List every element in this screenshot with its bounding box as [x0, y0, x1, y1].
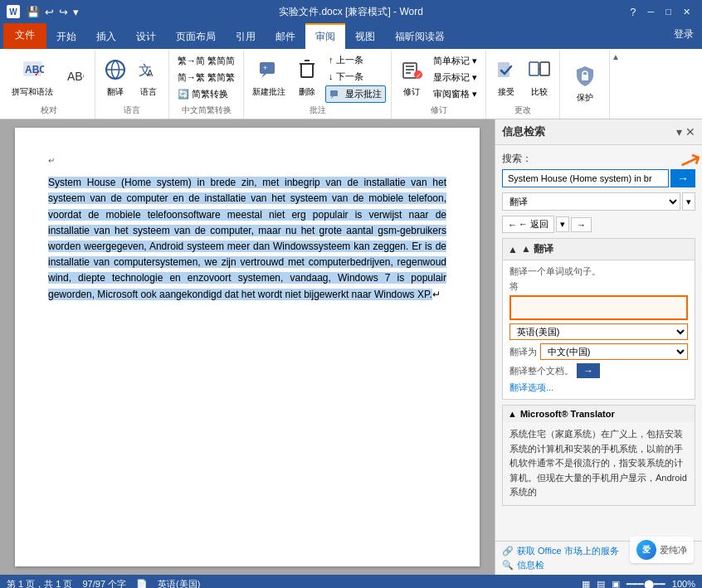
- abc-button[interactable]: ABC: [60, 62, 90, 94]
- tab-view[interactable]: 视图: [345, 23, 385, 49]
- new-comment-button[interactable]: + 新建批注: [249, 56, 289, 100]
- layout-icon-2[interactable]: ▤: [597, 579, 605, 589]
- translate-button[interactable]: 翻译: [100, 56, 130, 100]
- language-status[interactable]: 英语(美国): [158, 578, 200, 589]
- simp-to-trad-button[interactable]: 简→繁 繁简繁: [174, 70, 238, 85]
- translate-options-link[interactable]: 翻译选项...: [509, 382, 553, 392]
- ribbon-content: ABC✓ 拼写和语法 ABC 校对: [0, 49, 702, 119]
- protect-label-group: [565, 114, 604, 119]
- office-store-link[interactable]: 🔗 获取 Office 市场上的服务: [502, 545, 695, 557]
- nav-dropdown-icon[interactable]: ▾: [556, 216, 569, 232]
- tab-file[interactable]: 文件: [3, 23, 46, 49]
- back-arrow-icon: ←: [508, 220, 517, 230]
- track-changes-icon: ✓: [400, 58, 423, 85]
- convert-button[interactable]: 🔄 简繁转换: [174, 86, 238, 102]
- ribbon-group-comments: + 新建批注 删除 ↑ 上一条 ↓ 下一条 显示批注: [244, 51, 392, 119]
- panel-close-icon[interactable]: ✕: [685, 125, 695, 138]
- tab-foxit[interactable]: 福昕阅读器: [385, 23, 455, 49]
- simple-markup-button[interactable]: 简单标记 ▾: [430, 53, 480, 69]
- minimize-button[interactable]: ─: [643, 5, 660, 18]
- zoom-slider[interactable]: ━━━⬤━━: [626, 579, 665, 589]
- svg-rect-14: [330, 90, 338, 96]
- language-button[interactable]: 文A 语言: [134, 56, 163, 100]
- layout-icon-3[interactable]: ▣: [612, 579, 620, 589]
- ribbon-group-protect: 保护: [560, 51, 610, 119]
- track-changes-label: 修订: [403, 86, 420, 98]
- spelling-grammar-button[interactable]: ABC✓ 拼写和语法: [8, 56, 56, 100]
- ribbon-collapse[interactable]: ▲: [610, 51, 622, 119]
- tab-design[interactable]: 设计: [126, 23, 166, 49]
- next-comment-button[interactable]: ↓ 下一条: [325, 69, 386, 85]
- convert-label: 简繁转换: [192, 88, 228, 100]
- chinese-stack: 繁→简 繁简简 简→繁 繁简繁 🔄 简繁转换: [174, 53, 238, 102]
- cursor-mark: ↵: [48, 156, 55, 165]
- translate-type-select[interactable]: 翻译: [502, 192, 680, 211]
- ribbon-group-language: 翻译 文A 语言 语言: [95, 51, 169, 119]
- doc-icon: 📄: [136, 579, 148, 589]
- ms-translator-header[interactable]: ▲ Microsoft® Translator: [503, 406, 695, 422]
- from-lang-select[interactable]: 英语(美国): [509, 323, 688, 340]
- zoom-level[interactable]: 100%: [672, 579, 695, 588]
- tab-insert[interactable]: 插入: [86, 23, 126, 49]
- chinese-buttons: 繁→简 繁简简 简→繁 繁简繁 🔄 简繁转换: [174, 52, 238, 103]
- trad-to-simp-button[interactable]: 繁→简 繁简简: [174, 53, 238, 69]
- search-input[interactable]: [502, 169, 669, 187]
- translate-word-label: 将: [509, 280, 688, 293]
- tab-layout[interactable]: 页面布局: [166, 23, 226, 49]
- close-button[interactable]: ✕: [678, 5, 695, 19]
- show-markup-button[interactable]: 显示标记 ▾: [430, 70, 480, 85]
- protect-icon: [573, 64, 597, 90]
- comments-buttons: + 新建批注 删除 ↑ 上一条 ↓ 下一条 显示批注: [249, 52, 386, 103]
- svg-marker-9: [261, 74, 266, 78]
- tab-home[interactable]: 开始: [46, 23, 86, 49]
- layout-icon-1[interactable]: ▦: [582, 579, 590, 589]
- language-label-btn: 语言: [140, 86, 157, 98]
- help-icon[interactable]: ?: [630, 6, 636, 18]
- tracking-label: 修订: [397, 103, 480, 119]
- translate-section-header[interactable]: ▲ ▲ 翻译: [503, 239, 695, 260]
- translate-dropdown-button[interactable]: ▾: [682, 192, 695, 211]
- abc-icon: ABC: [66, 64, 84, 90]
- maximize-button[interactable]: □: [661, 5, 676, 18]
- show-comments-button[interactable]: 显示批注: [325, 85, 386, 103]
- from-lang-row: 英语(美国): [509, 323, 688, 340]
- changes-label: 更改: [491, 103, 554, 119]
- panel-controls: ▾ ✕: [676, 125, 695, 138]
- page-info[interactable]: 第 1 页，共 1 页: [7, 578, 72, 589]
- back-button[interactable]: ← ← 返回: [502, 216, 554, 233]
- prev-comment-button[interactable]: ↑ 上一条: [325, 52, 386, 68]
- tab-references[interactable]: 引用: [226, 23, 266, 49]
- document-text[interactable]: System House (Home system) in brede zin,…: [48, 175, 446, 303]
- accept-button[interactable]: 接受: [491, 56, 521, 100]
- review-pane-button[interactable]: 审阅窗格 ▾: [430, 86, 480, 102]
- main-area: ↵ System House (Home system) in brede zi…: [0, 119, 702, 575]
- tab-mailings[interactable]: 邮件: [266, 23, 305, 49]
- word-count[interactable]: 97/97 个字: [82, 578, 126, 589]
- track-changes-button[interactable]: ✓ 修订: [397, 56, 427, 100]
- protect-button[interactable]: 保护: [570, 62, 600, 105]
- ms-translator-collapse-icon: ▲: [508, 409, 517, 419]
- dropdown-icon[interactable]: ▾: [73, 6, 79, 18]
- login-button[interactable]: 登录: [665, 23, 702, 49]
- forward-button[interactable]: →: [571, 217, 592, 232]
- redo-icon[interactable]: ↪: [59, 6, 68, 18]
- accept-icon: [495, 58, 518, 85]
- translate-section-title: ▲ 翻译: [521, 242, 553, 256]
- translate-doc-button[interactable]: →: [577, 363, 600, 378]
- to-lang-select[interactable]: 中文(中国): [540, 343, 688, 360]
- new-comment-label: 新建批注: [252, 86, 285, 98]
- delete-comment-button[interactable]: 删除: [292, 56, 322, 100]
- undo-icon[interactable]: ↩: [45, 6, 54, 18]
- info-search-link[interactable]: 🔍 信息检: [502, 559, 695, 571]
- panel-options-icon[interactable]: ▾: [676, 125, 682, 138]
- title-bar: W 💾 ↩ ↪ ▾ 实验文件.docx [兼容模式] - Word ? ─ □ …: [0, 0, 702, 23]
- save-icon[interactable]: 💾: [27, 6, 40, 18]
- protect-buttons: 保护: [570, 52, 600, 114]
- nav-row: ← ← 返回 ▾ →: [502, 216, 695, 233]
- compare-button[interactable]: 比较: [524, 56, 554, 100]
- translate-word-input[interactable]: [509, 295, 688, 320]
- search-go-button[interactable]: →: [670, 169, 695, 187]
- selected-text: System House (Home system) in brede zin,…: [48, 177, 446, 299]
- tab-review[interactable]: 审阅: [305, 23, 345, 49]
- simp-trad-label: 繁简繁: [207, 71, 235, 84]
